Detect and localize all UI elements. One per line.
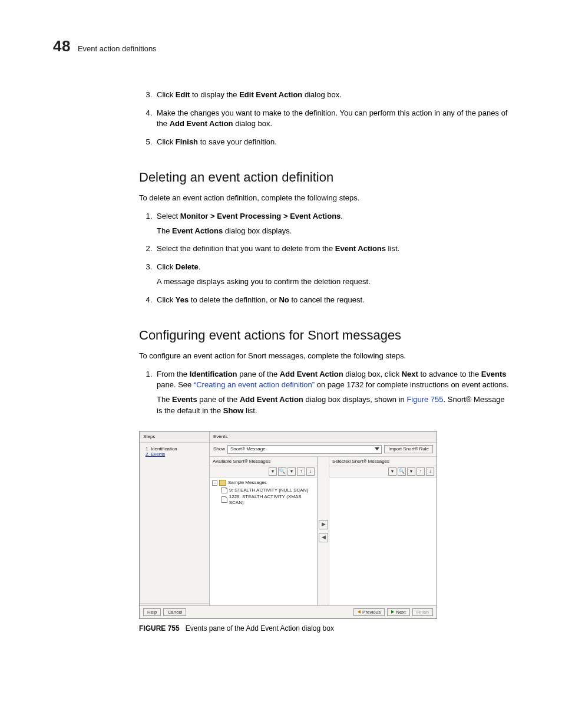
steps-snort: From the Identification pane of the Add … xyxy=(139,369,509,417)
selected-toolbar: ▾ 🔍 ▾ ↑ ↓ xyxy=(329,466,437,477)
dropdown-icon[interactable]: ▾ xyxy=(388,467,396,476)
add-event-action-dialog: Steps 1. Identification 2. Events Events… xyxy=(139,431,437,619)
dropdown-icon[interactable]: ▾ xyxy=(269,467,277,476)
step-item: Click Finish to save your definition. xyxy=(154,137,509,148)
steps-label: Steps xyxy=(140,431,209,443)
mover-column: ▶ ◀ xyxy=(318,457,329,605)
available-panel: Available Snort® Messages ▾ 🔍 ▾ ↑ ↓ − xyxy=(210,457,318,605)
arrow-down-icon[interactable]: ↓ xyxy=(426,467,434,476)
search-icon[interactable]: 🔍 xyxy=(398,467,406,476)
wizard-step-identification[interactable]: 1. Identification xyxy=(146,446,206,452)
import-snort-rule-button[interactable]: Import Snort® Rule xyxy=(384,445,433,453)
collapse-icon[interactable]: − xyxy=(212,480,217,486)
arrow-up-icon[interactable]: ↑ xyxy=(416,467,425,476)
selected-panel: Selected Snort® Messages ▾ 🔍 ▾ ↑ ↓ xyxy=(329,457,437,605)
events-label: Events xyxy=(210,431,437,443)
search-icon[interactable]: 🔍 xyxy=(278,467,286,476)
page-header: 48 Event action definitions xyxy=(53,35,509,58)
available-toolbar: ▾ 🔍 ▾ ↑ ↓ xyxy=(210,466,317,477)
section-snort-intro: To configure an event action for Snort m… xyxy=(139,351,509,362)
wizard-step-events[interactable]: 2. Events xyxy=(146,452,206,457)
step-item: Click Edit to display the Edit Event Act… xyxy=(154,90,509,101)
steps-edit: Click Edit to display the Edit Event Act… xyxy=(139,90,509,148)
steps-deleting: Select Monitor > Event Processing > Even… xyxy=(139,211,509,306)
folder-icon xyxy=(219,480,226,486)
cancel-button[interactable]: Cancel xyxy=(163,608,186,617)
step-item: From the Identification pane of the Add … xyxy=(154,369,509,417)
help-button[interactable]: Help xyxy=(143,608,161,617)
show-label: Show xyxy=(213,446,225,452)
selected-tree[interactable] xyxy=(329,477,437,605)
step-item: Select the definition that you want to d… xyxy=(154,243,509,255)
dropdown2-icon[interactable]: ▾ xyxy=(287,467,296,476)
finish-button: Finish xyxy=(412,608,433,617)
step-sub: A message displays asking you to confirm… xyxy=(157,276,509,288)
tree-root-label: Sample Messages xyxy=(228,480,267,486)
section-snort-heading: Configuring event actions for Snort mess… xyxy=(139,326,509,345)
tree-item[interactable]: 1228: STEALTH ACTIVITY (XMAS SCAN) xyxy=(229,494,315,505)
available-tree[interactable]: − Sample Messages 9: STEALTH ACTIVITY (N… xyxy=(210,477,317,605)
tree-item[interactable]: 9: STEALTH ACTIVITY (NULL SCAN) xyxy=(229,487,308,493)
section-deleting-heading: Deleting an event action definition xyxy=(139,168,509,187)
document-icon xyxy=(222,496,227,503)
step-sub: The Event Actions dialog box displays. xyxy=(157,226,509,237)
next-button[interactable]: Next xyxy=(387,608,409,617)
step-item: Click Delete.A message displays asking y… xyxy=(154,262,509,288)
chapter-title: Event action definitions xyxy=(78,44,157,55)
chapter-number: 48 xyxy=(53,35,71,58)
document-icon xyxy=(222,487,227,493)
available-title: Available Snort® Messages xyxy=(210,457,317,467)
figure-caption: FIGURE 755 Events pane of the Add Event … xyxy=(139,624,509,634)
step-sub: The Events pane of the Add Event Action … xyxy=(157,394,509,417)
figure-label: FIGURE 755 xyxy=(139,624,180,633)
step-item: Select Monitor > Event Processing > Even… xyxy=(154,211,509,237)
figure-text: Events pane of the Add Event Action dial… xyxy=(186,624,334,633)
step-item: Click Yes to delete the definition, or N… xyxy=(154,295,509,306)
previous-button[interactable]: Previous xyxy=(353,608,385,617)
selected-title: Selected Snort® Messages xyxy=(329,457,437,467)
arrow-down-icon[interactable]: ↓ xyxy=(306,467,315,476)
dropdown2-icon[interactable]: ▾ xyxy=(407,467,415,476)
move-right-button[interactable]: ▶ xyxy=(319,520,328,529)
arrow-up-icon[interactable]: ↑ xyxy=(297,467,305,476)
show-select[interactable]: Snort® Message xyxy=(227,445,382,454)
section-deleting-intro: To delete an event action definition, co… xyxy=(139,193,509,204)
step-item: Make the changes you want to make to the… xyxy=(154,108,509,130)
move-left-button[interactable]: ◀ xyxy=(319,533,328,542)
